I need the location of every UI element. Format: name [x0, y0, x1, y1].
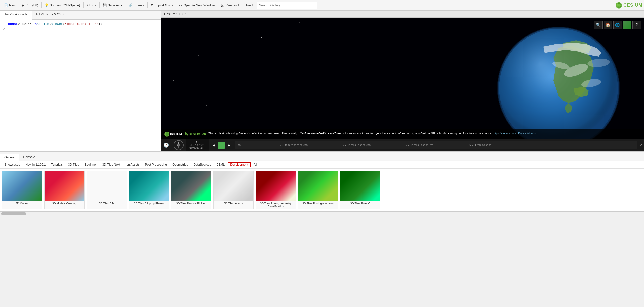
category-button-all[interactable]: All — [251, 162, 259, 167]
search-gallery-input[interactable] — [257, 2, 317, 9]
svg-point-2 — [186, 30, 186, 30]
new-label: New — [9, 3, 16, 7]
gallery-item[interactable]: 3D Tiles Point C — [340, 171, 380, 209]
category-button-czml[interactable]: CZML — [214, 162, 227, 167]
view-thumbnail-button[interactable]: 🖼 View as Thumbnail — [219, 0, 255, 10]
gallery-thumbnail — [214, 171, 253, 201]
forward-button[interactable]: ▶ — [226, 142, 232, 148]
tab-javascript[interactable]: JavaScript code — [0, 11, 32, 20]
gallery-thumbnail — [340, 171, 380, 201]
category-button-3d-tiles-next[interactable]: 3D Tiles Next — [100, 162, 123, 167]
info-button[interactable]: ℹ Info ▾ — [84, 0, 99, 10]
preview-title: Cesium 1.106.1 — [164, 12, 187, 16]
svg-point-16 — [206, 105, 207, 106]
timeline-track[interactable]: TC Jun 13 2023 06:00:00 UTC Jun 13 2023 … — [235, 141, 637, 149]
svg-point-14 — [387, 43, 387, 43]
code-line-1: 1 const viewer = new Cesium . Viewer ( "… — [3, 22, 158, 27]
gallery-thumbnail — [87, 171, 127, 201]
category-button-geometries[interactable]: Geometries — [170, 162, 190, 167]
tab-console[interactable]: Console — [19, 153, 39, 161]
scrollbar-thumb[interactable] — [1, 212, 26, 215]
imagery-button[interactable] — [623, 21, 631, 29]
ion-banner-message: This application is using Cesium's defau… — [208, 131, 537, 136]
gallery-item[interactable]: 3D Tiles BIM — [87, 171, 127, 209]
gallery-item[interactable]: 3D Models — [2, 171, 42, 209]
sep1 — [19, 2, 19, 8]
timeline-controls: ◀ ⏸ ▶ — [209, 142, 234, 149]
category-button-new-in-1.106.1[interactable]: New in 1.106.1 — [23, 162, 48, 167]
timeline-date: Jun 13 2023 — [190, 144, 204, 147]
gallery-item[interactable]: 3D Models Coloring — [44, 171, 85, 209]
ion-msg1: This application is using Cesium's defau… — [208, 132, 493, 135]
run-button[interactable]: ▶ Run (F8) — [19, 0, 41, 10]
save-icon: 💾 — [103, 3, 107, 7]
gallery-item[interactable]: 3D Tiles Clipping Planes — [129, 171, 169, 209]
code-viewer-class: Viewer — [51, 22, 63, 27]
run-label: Run (F8) — [25, 3, 38, 7]
compass[interactable] — [174, 140, 184, 150]
info-label: Info — [89, 3, 94, 7]
editor-pane: JavaScript code HTML body & CSS 1 const … — [0, 11, 161, 151]
suggest-label: Suggest (Ctrl-Space) — [50, 3, 80, 7]
search-viewport-button[interactable]: 🔍 — [594, 21, 603, 29]
code-string-arg: "cesiumContainer" — [65, 22, 98, 27]
open-new-window-button[interactable]: 🗗 Open in New Window — [177, 0, 217, 10]
gallery-thumbnail — [2, 171, 42, 201]
timeline-expand-button[interactable]: ⤢ — [638, 143, 644, 147]
gallery-item[interactable]: 3D Tiles Photogrammetry Classification — [256, 171, 296, 209]
line-num-1: 1 — [3, 22, 5, 27]
share-label: Share — [133, 3, 142, 7]
rewind-button[interactable]: ◀ — [211, 142, 217, 148]
import-gist-button[interactable]: ⚙ Import Gist ▾ — [148, 0, 176, 10]
home-button[interactable]: 🏠 — [604, 21, 612, 29]
globe-view-button[interactable]: 🌐 — [613, 21, 622, 29]
category-button-showcases[interactable]: Showcases — [2, 162, 22, 167]
category-button-post-processing[interactable]: Post Processing — [142, 162, 169, 167]
category-button-beginner[interactable]: Beginner — [82, 162, 99, 167]
category-button-development[interactable]: Development — [228, 162, 251, 167]
timeline-cursor — [243, 141, 243, 149]
help-button[interactable]: ? — [632, 21, 641, 29]
gallery-item[interactable]: 3D Tiles Feature Picking — [171, 171, 211, 209]
gallery-item[interactable]: 3D Tiles Interior — [213, 171, 254, 209]
suggest-button[interactable]: 💡 Suggest (Ctrl-Space) — [42, 0, 83, 10]
category-button-datasources[interactable]: DataSources — [191, 162, 213, 167]
tab-gallery[interactable]: Gallery — [0, 154, 19, 161]
save-dropdown-icon: ▾ — [121, 4, 122, 7]
timeline-clock: 1x Jun 13 2023 01:45:07 UTC — [186, 139, 209, 151]
data-attribution-link[interactable]: Data attribution — [518, 132, 537, 135]
tab-html-css[interactable]: HTML body & CSS — [32, 11, 68, 19]
play-pause-button[interactable]: ⏸ — [218, 142, 225, 149]
sep5 — [125, 2, 125, 8]
viewport-toolbar: 🔍 🏠 🌐 ? — [594, 21, 641, 29]
tl-label-3: Jun 13 2023 18:00:00 UTC — [406, 144, 433, 146]
sep7 — [176, 2, 176, 8]
gallery-thumbnail — [256, 171, 296, 201]
sep9 — [256, 2, 256, 8]
code-const: const — [8, 22, 18, 27]
svg-point-9 — [463, 24, 463, 24]
cesium-link[interactable]: https://cesium.com — [493, 132, 516, 135]
ion-warning-banner: CESIUM ion 🛰 CESIUM ion This application… — [161, 129, 644, 139]
tab-gallery-label: Gallery — [4, 155, 15, 159]
category-button-ion-assets[interactable]: ion Assets — [123, 162, 142, 167]
category-button-3d-tiles[interactable]: 3D Tiles — [66, 162, 82, 167]
category-button-tutorials[interactable]: Tutorials — [49, 162, 65, 167]
svg-point-15 — [437, 58, 438, 58]
clock-icon[interactable]: 🕐 — [161, 139, 171, 151]
gallery-item[interactable]: 3D Tiles Photogrammetry — [298, 171, 338, 209]
sep3 — [83, 2, 84, 8]
code-editor[interactable]: 1 const viewer = new Cesium . Viewer ( "… — [0, 20, 161, 151]
sep2 — [41, 2, 42, 8]
save-as-button[interactable]: 💾 Save As ▾ — [100, 0, 125, 10]
preview-viewport[interactable]: 🔍 🏠 🌐 ? CESIUM ion 🛰 CESIUM ion — [161, 18, 644, 151]
code-paren1: ( — [63, 22, 65, 27]
tl-label-2: Jun 13 2023 12:00:00 UTC — [343, 144, 371, 146]
info-dropdown-icon: ▾ — [95, 4, 96, 7]
new-button[interactable]: 📄 New — [2, 0, 18, 10]
horizontal-scrollbar[interactable] — [0, 211, 644, 215]
gallery-thumbnail — [45, 171, 84, 201]
svg-text:ion: ion — [170, 132, 175, 136]
main-workspace: JavaScript code HTML body & CSS 1 const … — [0, 11, 644, 151]
share-button[interactable]: 🔗 Share ▾ — [126, 0, 147, 10]
